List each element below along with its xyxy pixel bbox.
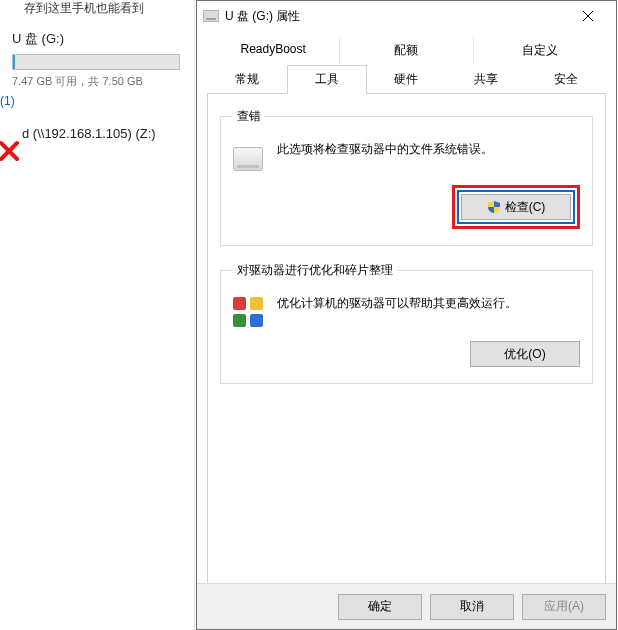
focus-ring: 检查(C) — [457, 190, 575, 224]
drive-item-usb[interactable]: U 盘 (G:) 7.47 GB 可用，共 7.50 GB — [12, 30, 188, 89]
explorer-sidebar: 存到这里手机也能看到 U 盘 (G:) 7.47 GB 可用，共 7.50 GB… — [0, 0, 195, 630]
tab-hardware[interactable]: 硬件 — [367, 65, 447, 94]
tabs-row-lower: 常规 工具 硬件 共享 安全 — [207, 64, 606, 94]
tab-customize[interactable]: 自定义 — [474, 37, 606, 64]
cancel-button[interactable]: 取消 — [430, 594, 514, 620]
ok-button[interactable]: 确定 — [338, 594, 422, 620]
drive-glyph-icon — [233, 147, 263, 171]
close-button[interactable] — [566, 2, 610, 30]
tab-general[interactable]: 常规 — [207, 65, 287, 94]
error-checking-text: 此选项将检查驱动器中的文件系统错误。 — [277, 139, 493, 158]
optimize-button[interactable]: 优化(O) — [470, 341, 580, 367]
dialog-footer: 确定 取消 应用(A) — [197, 583, 616, 629]
apply-button[interactable]: 应用(A) — [522, 594, 606, 620]
properties-dialog: U 盘 (G:) 属性 ReadyBoost 配额 自定义 常规 工具 硬件 共… — [196, 0, 617, 630]
network-drive-item[interactable]: d (\\192.168.1.105) (Z:) — [22, 126, 156, 141]
optimize-text: 优化计算机的驱动器可以帮助其更高效运行。 — [277, 293, 517, 312]
error-checking-group: 查错 此选项将检查驱动器中的文件系统错误。 — [220, 108, 593, 246]
drive-label: U 盘 (G:) — [12, 30, 188, 48]
tab-readyboost[interactable]: ReadyBoost — [207, 37, 340, 64]
optimize-legend: 对驱动器进行优化和碎片整理 — [233, 262, 397, 279]
optimize-button-label: 优化(O) — [504, 346, 545, 363]
error-checking-legend: 查错 — [233, 108, 265, 125]
drive-usage-bar — [12, 54, 180, 70]
tab-quota[interactable]: 配额 — [340, 37, 473, 64]
tab-content-tools: 查错 此选项将检查驱动器中的文件系统错误。 — [207, 94, 606, 588]
dialog-title: U 盘 (G:) 属性 — [225, 8, 566, 25]
defrag-icon — [233, 297, 263, 327]
annotation-highlight: 检查(C) — [452, 185, 580, 229]
tabs-row-upper: ReadyBoost 配额 自定义 — [207, 37, 606, 64]
check-button[interactable]: 检查(C) — [461, 194, 571, 220]
dialog-titlebar[interactable]: U 盘 (G:) 属性 — [197, 1, 616, 31]
tab-sharing[interactable]: 共享 — [446, 65, 526, 94]
check-button-label: 检查(C) — [505, 199, 546, 216]
tab-tools[interactable]: 工具 — [287, 65, 367, 94]
drive-usage-text: 7.47 GB 可用，共 7.50 GB — [12, 74, 188, 89]
drive-icon — [203, 10, 219, 22]
optimize-group: 对驱动器进行优化和碎片整理 优化计算机的驱动器可以帮助其更高效运行。 优化(O) — [220, 262, 593, 384]
hint-text: 存到这里手机也能看到 — [24, 0, 144, 17]
tab-security[interactable]: 安全 — [526, 65, 606, 94]
uac-shield-icon — [487, 200, 501, 214]
error-x-icon — [0, 140, 20, 165]
group-count: (1) — [0, 94, 15, 108]
